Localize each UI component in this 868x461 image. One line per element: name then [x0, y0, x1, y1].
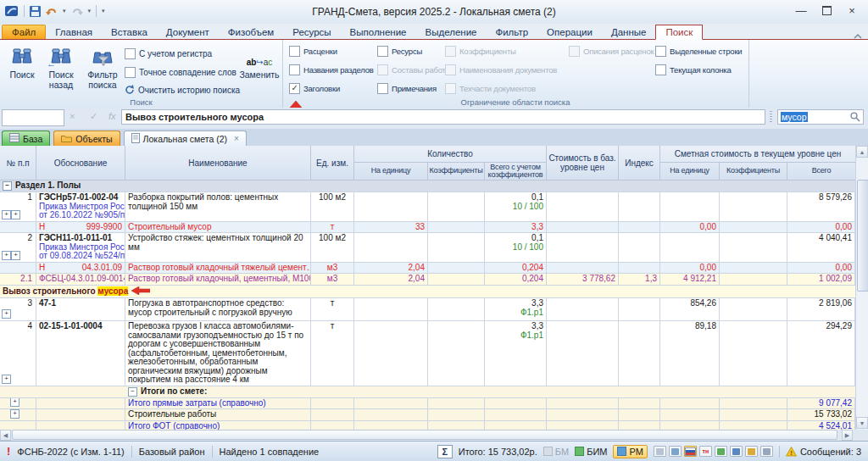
- doc-tab-base[interactable]: База: [2, 131, 50, 146]
- magnifier-icon[interactable]: [850, 112, 860, 122]
- header-qty-coefficients[interactable]: Коэффициенты: [428, 163, 485, 181]
- expand-icon[interactable]: +: [11, 210, 20, 219]
- header-base-cost[interactable]: Стоимость в баз. уровне цен: [547, 146, 619, 181]
- collapse-icon[interactable]: −: [3, 181, 12, 191]
- formula-input[interactable]: Вывоз строительного мусора: [121, 109, 765, 125]
- scope-checkbox[interactable]: Текущая колонка: [655, 64, 750, 75]
- exact-words-checkbox[interactable]: Точное совпадение слов: [125, 66, 236, 78]
- scope-checkbox[interactable]: Названия разделов: [289, 64, 377, 75]
- table-row[interactable]: +Строительные работы15 733,02: [0, 409, 855, 421]
- expand-icon[interactable]: +: [2, 210, 11, 219]
- ribbon-tab[interactable]: Поиск: [655, 25, 703, 40]
- table-row[interactable]: 2.1ФСБЦ-04.3.01.09-0014Раствор готовый к…: [0, 274, 855, 286]
- gray-doc-icon[interactable]: [654, 446, 666, 457]
- coins-icon[interactable]: [745, 446, 758, 457]
- table-row[interactable]: Вывоз строительного мусора: [0, 286, 855, 299]
- scope-checkbox[interactable]: Выделенные строки: [655, 45, 750, 57]
- cell-reference-box[interactable]: [2, 109, 64, 126]
- table-row[interactable]: Н04.3.01.09Раствор готовый кладочный тяж…: [0, 263, 855, 275]
- ribbon-tab[interactable]: Главная: [46, 25, 102, 39]
- restore-button[interactable]: [814, 2, 839, 19]
- table-row[interactable]: Н999-9900Строительный мусорт333,30,000,0…: [0, 222, 855, 234]
- table-row[interactable]: 4+02-15-1-01-0004Перевозка грузов I клас…: [0, 321, 855, 386]
- table-row[interactable]: Итого ФОТ (справочно)4 524,01: [0, 421, 855, 430]
- header-index[interactable]: Индекс: [619, 146, 660, 181]
- table-row[interactable]: 1++ГЭСНр57-01-002-04Приказ Минстроя Росс…: [0, 192, 855, 222]
- expand-icon[interactable]: +: [10, 409, 19, 419]
- scroll-up-icon[interactable]: ▲: [856, 146, 868, 158]
- collapse-ribbon-icon[interactable]: [854, 28, 862, 43]
- function-icon[interactable]: fx: [108, 111, 116, 121]
- messages-indicator[interactable]: ! Сообщений: 3: [786, 447, 861, 457]
- case-sensitive-checkbox[interactable]: С учетом регистра: [125, 47, 212, 59]
- doc-tab-doc[interactable]: Локальная смета (2)×: [124, 131, 247, 146]
- table-row[interactable]: 2++ГЭСН11-01-011-01Приказ Минстроя Росси…: [0, 233, 855, 263]
- scroll-right-icon[interactable]: ▶: [842, 430, 853, 441]
- scope-checkbox[interactable]: Ресурсы: [377, 45, 445, 57]
- close-button[interactable]: ×: [839, 2, 865, 19]
- header-cur-total[interactable]: Всего: [787, 163, 855, 181]
- confirm-icon[interactable]: ✓: [90, 111, 97, 122]
- header-cur-group[interactable]: Сметная стоимость в текущем уровне цен: [660, 146, 855, 163]
- scroll-down-icon[interactable]: ▼: [856, 417, 868, 429]
- clear-search-history-button[interactable]: Очистить историю поиска: [125, 85, 240, 95]
- header-cur-coefficients[interactable]: Коэффициенты: [720, 163, 787, 181]
- minimize-button[interactable]: —: [788, 2, 814, 19]
- search-button[interactable]: Поиск: [4, 42, 40, 97]
- table-row[interactable]: 3+47-1Погрузка в автотранспортное средст…: [0, 298, 855, 321]
- table-row[interactable]: −Раздел 1. Полы: [0, 181, 855, 192]
- splitter-handle[interactable]: [770, 111, 772, 124]
- vertical-scrollbar[interactable]: ▲ ▼: [855, 146, 868, 430]
- flag-ru-icon[interactable]: [684, 446, 697, 457]
- table-row[interactable]: −Итоги по смете:: [0, 386, 855, 398]
- header-name[interactable]: Наименование: [125, 146, 311, 181]
- header-qty-total[interactable]: Всего с учетом коэффициентов: [485, 163, 547, 181]
- report-icon[interactable]: [760, 446, 773, 457]
- ribbon-tab[interactable]: Физобъем: [219, 25, 283, 39]
- scroll-left-icon[interactable]: ◀: [0, 430, 11, 441]
- ribbon-tab[interactable]: Вставка: [102, 25, 157, 39]
- collapse-icon[interactable]: −: [128, 387, 137, 397]
- ribbon-tab[interactable]: Фильтр: [486, 25, 537, 39]
- ribbon-tab[interactable]: Данные: [602, 25, 656, 39]
- bm-toggle[interactable]: БМ: [543, 447, 569, 457]
- header-qty-group[interactable]: Количество: [354, 146, 547, 163]
- expand-icon[interactable]: +: [11, 251, 20, 260]
- tn-icon[interactable]: тн: [699, 446, 712, 457]
- doc-tab-objects[interactable]: Объекты: [53, 131, 120, 146]
- expand-icon[interactable]: +: [10, 398, 19, 408]
- ribbon-tab[interactable]: Выделение: [416, 25, 487, 39]
- scope-checkbox[interactable]: Примечания: [377, 82, 445, 94]
- green-db-icon[interactable]: [715, 446, 727, 457]
- ribbon-tab[interactable]: Выполнение: [341, 25, 416, 39]
- horizontal-scrollbar[interactable]: ◀ ▶: [0, 430, 868, 441]
- blue-chart-icon[interactable]: [730, 446, 743, 457]
- header-unit[interactable]: Ед. изм.: [311, 146, 354, 181]
- ribbon-tab[interactable]: Операции: [537, 25, 602, 39]
- close-tab-icon[interactable]: ×: [234, 134, 239, 143]
- blue-doc-icon[interactable]: [669, 446, 682, 457]
- scope-checkbox[interactable]: Расценки: [289, 45, 377, 57]
- header-justification[interactable]: Обоснование: [36, 146, 125, 181]
- ribbon-tab[interactable]: Ресурсы: [283, 25, 340, 39]
- header-cur-per-unit[interactable]: На единицу: [660, 163, 720, 181]
- replace-button[interactable]: ab↪ac Заменить: [238, 42, 281, 97]
- header-qty-per-unit[interactable]: На единицу: [354, 163, 428, 181]
- search-back-button[interactable]: ← Поиск назад: [42, 42, 81, 97]
- ribbon-tab[interactable]: Документ: [157, 25, 219, 39]
- sum-icon[interactable]: Σ: [437, 445, 453, 458]
- horizontal-scroll-thumb[interactable]: [12, 430, 837, 440]
- header-num[interactable]: № п.п: [0, 146, 36, 181]
- search-filter-button[interactable]: Фильтр поиска: [82, 42, 123, 97]
- expand-icon[interactable]: +: [2, 375, 11, 384]
- expand-icon[interactable]: +: [2, 309, 11, 319]
- rm-toggle[interactable]: РМ: [613, 445, 647, 458]
- ribbon-tab[interactable]: Файл: [2, 25, 46, 39]
- vertical-scroll-thumb[interactable]: [857, 180, 868, 292]
- table-row[interactable]: +Итого прямые затраты (справочно)9 077,4…: [0, 398, 855, 410]
- scope-checkbox[interactable]: ✓Заголовки: [289, 82, 377, 94]
- cancel-icon[interactable]: ×: [70, 111, 75, 121]
- expand-icon[interactable]: +: [2, 251, 11, 260]
- bim-toggle[interactable]: БИМ: [575, 447, 607, 457]
- search-input[interactable]: мусор: [777, 109, 864, 125]
